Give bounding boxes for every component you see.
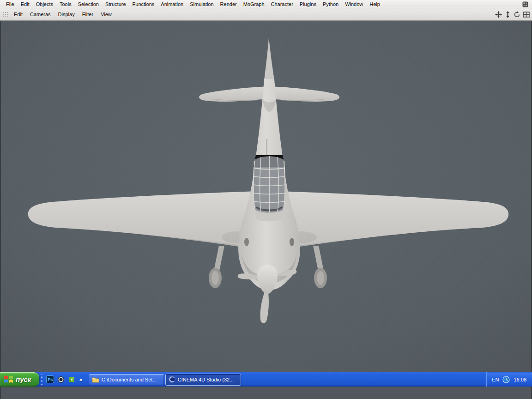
menu-structure[interactable]: Structure	[102, 1, 129, 7]
viewport[interactable]	[0, 21, 532, 399]
menu-window[interactable]: Window	[342, 1, 366, 7]
task-button-cinema4d[interactable]: CINEMA 4D Studio (32...	[166, 374, 241, 385]
windows-flag-icon	[4, 375, 13, 384]
tray-clock-icon[interactable]	[502, 376, 510, 383]
taskbar: пуск Ps » C:\Documents and Set...	[0, 372, 532, 387]
clock-time[interactable]: 16:08	[514, 377, 526, 382]
task-buttons: C:\Documents and Set... CINEMA 4D Studio…	[89, 374, 241, 385]
pan-view-icon[interactable]	[495, 11, 502, 18]
start-button[interactable]: пуск	[0, 372, 39, 387]
menu-render[interactable]: Render	[217, 1, 240, 7]
menu-edit[interactable]: Edit	[18, 1, 33, 7]
menu-mograph[interactable]: MoGraph	[240, 1, 268, 7]
folder-icon	[92, 376, 99, 383]
green-app-icon[interactable]	[67, 375, 75, 383]
cinema4d-icon	[169, 376, 175, 383]
layout-grid-icon[interactable]	[522, 1, 528, 7]
quick-launch-overflow-chevron[interactable]: »	[78, 376, 83, 383]
viewport-menu-filter[interactable]: Filter	[79, 11, 97, 18]
quick-launch: Ps »	[44, 375, 85, 383]
photoshop-icon[interactable]: Ps	[46, 375, 54, 383]
viewport-menu-edit[interactable]: Edit	[10, 11, 26, 18]
main-menu-bar: File Edit Objects Tools Selection Struct…	[0, 0, 532, 8]
task-button-label: C:\Documents and Set...	[102, 377, 157, 382]
menu-python[interactable]: Python	[320, 1, 342, 7]
task-button-label: CINEMA 4D Studio (32...	[178, 377, 234, 382]
menu-functions[interactable]: Functions	[129, 1, 158, 7]
viewport-menu-bar: Edit Cameras Display Filter View	[0, 8, 532, 21]
viewport-menu-display[interactable]: Display	[54, 11, 79, 18]
menu-file[interactable]: File	[3, 1, 18, 7]
quick-launch-separator[interactable]	[41, 375, 42, 385]
language-indicator[interactable]: EN	[492, 377, 499, 382]
system-tray: EN 16:08	[486, 372, 532, 387]
desktop: File Edit Objects Tools Selection Struct…	[0, 0, 532, 399]
menu-character[interactable]: Character	[268, 1, 296, 7]
menu-help[interactable]: Help	[366, 1, 383, 7]
menu-simulation[interactable]: Simulation	[187, 1, 217, 7]
menu-plugins[interactable]: Plugins	[296, 1, 320, 7]
menu-objects[interactable]: Objects	[33, 1, 56, 7]
photoshop-icon-label: Ps	[48, 377, 53, 382]
cockpit-canopy	[253, 155, 286, 221]
viewport-menu-cameras[interactable]: Cameras	[26, 11, 54, 18]
menu-selection[interactable]: Selection	[75, 1, 102, 7]
toggle-view-icon[interactable]	[523, 11, 530, 18]
airplane-render	[1, 21, 531, 373]
menu-animation[interactable]: Animation	[157, 1, 187, 7]
start-button-label: пуск	[16, 375, 31, 383]
menu-tools[interactable]: Tools	[56, 1, 75, 7]
viewport-menu-view[interactable]: View	[97, 11, 115, 18]
task-button-explorer[interactable]: C:\Documents and Set...	[89, 374, 164, 385]
round-app-icon[interactable]	[57, 375, 65, 383]
zoom-view-icon[interactable]	[504, 11, 511, 18]
grip-handle-icon[interactable]	[2, 11, 9, 18]
rotate-view-icon[interactable]	[514, 11, 520, 18]
